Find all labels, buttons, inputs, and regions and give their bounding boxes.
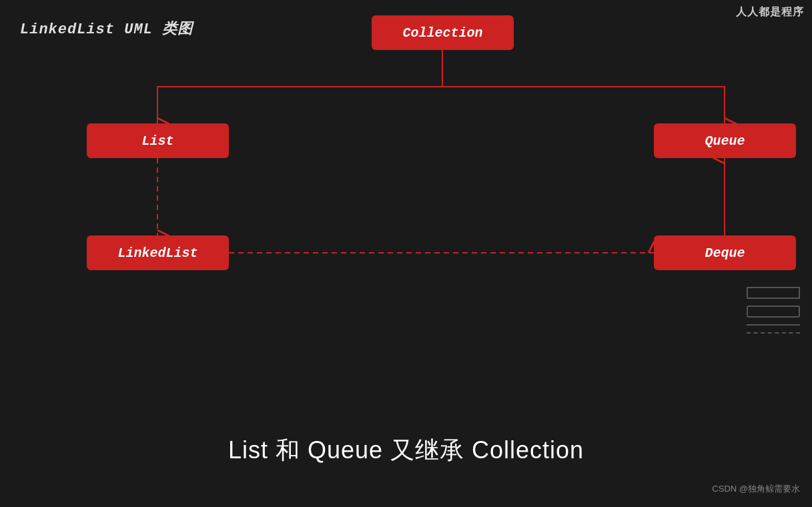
attribution: CSDN @独角鲸需要水 [712, 483, 800, 495]
collection-node: Collection [372, 15, 514, 50]
legend-solid-line [747, 324, 800, 326]
collection-to-list-arrow [157, 50, 442, 123]
linkedlist-node: LinkedList [87, 235, 229, 270]
queue-node: Queue [654, 123, 796, 158]
legend-area [747, 287, 800, 334]
deque-node: Deque [654, 235, 796, 270]
list-node: List [87, 123, 229, 158]
collection-to-queue-arrow [442, 50, 725, 123]
legend-rounded-box [747, 306, 800, 318]
bottom-caption: List 和 Queue 又继承 Collection [0, 434, 812, 467]
legend-dashed-line [747, 332, 800, 334]
legend-solid-box [747, 287, 800, 299]
uml-diagram: Collection List Queue LinkedList Deque [0, 0, 812, 320]
